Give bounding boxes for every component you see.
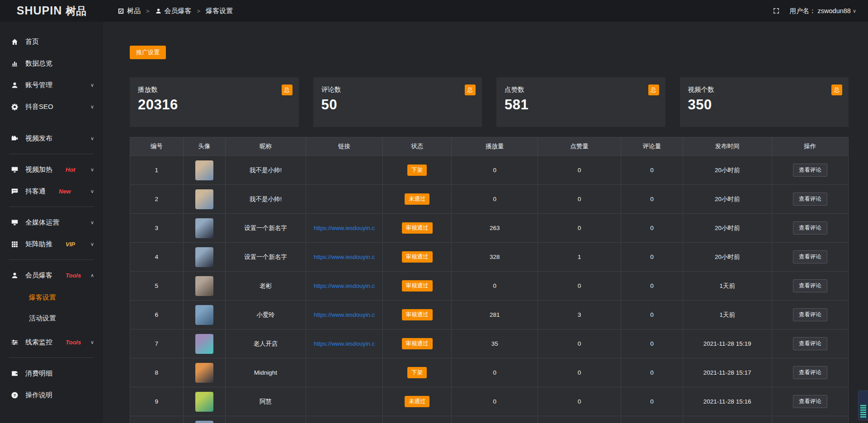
cell-plays: 0	[452, 358, 538, 387]
sidebar-item-label: 线索监控	[25, 338, 52, 347]
cell-link	[306, 387, 383, 416]
chart-icon	[11, 60, 19, 67]
stat-card-label: 评论数	[321, 85, 475, 94]
logo-text-cn: 树品	[66, 4, 86, 18]
table-row: 1我不是小帅!下架00020小时前查看评论	[130, 155, 848, 184]
view-comments-button[interactable]: 查看评论	[793, 250, 827, 263]
promo-settings-button[interactable]: 推广设置	[130, 46, 166, 59]
sidebar-item-video-heat[interactable]: 视频加热Hot∨	[0, 159, 103, 180]
cell-comments	[621, 416, 683, 423]
cell-time: 2021-11-28 15:19	[683, 329, 772, 358]
sidebar-item-video-publish[interactable]: 视频发布∨	[0, 127, 103, 149]
user-menu[interactable]: 用户名：zswodun88 ∨	[790, 7, 856, 15]
total-badge: 总	[648, 85, 659, 95]
video-link[interactable]: https://www.iesdouyin.c	[314, 282, 375, 289]
status-badge: 下架	[407, 367, 427, 378]
sidebar-item-tag: Hot	[66, 166, 75, 173]
breadcrumb-item-member-baoke[interactable]: 会员爆客	[155, 7, 192, 15]
avatar	[195, 189, 213, 209]
column-header: 播放量	[452, 137, 538, 155]
chevron-down-icon: ∨	[90, 339, 94, 345]
view-comments-button[interactable]: 查看评论	[793, 193, 827, 206]
cell-id: 8	[130, 358, 184, 387]
avatar	[195, 363, 213, 383]
cell-action: 查看评论	[772, 156, 848, 184]
sidebar-item-data-overview[interactable]: 数据总览	[0, 52, 103, 74]
sidebar-item-douyin-seo[interactable]: 抖音SEO∨	[0, 96, 103, 118]
sidebar-item-matrix-boost[interactable]: 矩阵助推VIP∨	[0, 233, 103, 255]
cell-id: 6	[130, 301, 184, 329]
breadcrumb-item-baoke-settings[interactable]: 爆客设置	[206, 7, 233, 15]
view-comments-button[interactable]: 查看评论	[793, 337, 827, 350]
floating-widget[interactable]	[858, 390, 868, 420]
cell-link: https://www.iesdouyin.c	[306, 243, 383, 271]
column-header: 点赞量	[538, 137, 621, 155]
cell-status: 下架	[383, 156, 452, 184]
cell-nickname	[226, 416, 306, 423]
table-row: 5老彬https://www.iesdouyin.c审核通过0001天前查看评论	[130, 271, 848, 300]
sidebar-item-label: 抖音SEO	[25, 103, 53, 111]
cell-plays: 263	[452, 214, 538, 242]
sidebar-item-operation-guide[interactable]: 操作说明	[0, 384, 103, 406]
cell-action: 查看评论	[772, 301, 848, 329]
sidebar-item-label: 视频加热	[25, 165, 52, 174]
cell-link	[306, 416, 383, 423]
chevron-down-icon: ∨	[90, 82, 94, 88]
cell-likes: 0	[538, 214, 621, 242]
cell-action: 查看评论	[772, 358, 848, 387]
sidebar-item-member-baoke[interactable]: 会员爆客Tools∧	[0, 264, 103, 286]
gear-icon	[11, 103, 19, 111]
breadcrumb-item-shupin[interactable]: 树品	[118, 7, 141, 15]
view-comments-button[interactable]: 查看评论	[793, 366, 827, 379]
cell-avatar	[184, 214, 226, 242]
view-comments-button[interactable]: 查看评论	[793, 221, 827, 235]
cell-comments: 0	[621, 156, 683, 184]
cell-likes: 0	[538, 329, 621, 358]
column-header: 昵称	[226, 137, 306, 155]
sidebar-item-clue-monitor[interactable]: 线索监控Tools∨	[0, 331, 103, 353]
sidebar-item-media-operation[interactable]: 全媒体运营∨	[0, 212, 103, 233]
table-row: 2我不是小帅!未通过00020小时前查看评论	[130, 184, 848, 213]
video-link[interactable]: https://www.iesdouyin.c	[314, 254, 375, 260]
cell-nickname: 阿慧	[226, 387, 306, 416]
view-comments-button[interactable]: 查看评论	[793, 395, 827, 408]
comment-icon	[11, 188, 19, 195]
avatar	[195, 160, 213, 180]
sidebar-item-home[interactable]: 首页	[0, 31, 103, 52]
chevron-down-icon: ∨	[90, 220, 94, 226]
view-comments-button[interactable]: 查看评论	[793, 279, 827, 292]
divider	[9, 154, 94, 154]
video-link[interactable]: https://www.iesdouyin.c	[314, 225, 375, 231]
cell-comments: 0	[621, 387, 683, 416]
avatar	[195, 247, 213, 267]
avatar	[195, 334, 213, 354]
cell-id: 4	[130, 243, 184, 271]
cell-avatar	[184, 272, 226, 300]
sidebar-item-account-manage[interactable]: 账号管理∨	[0, 74, 103, 96]
cell-plays: 328	[452, 243, 538, 271]
cell-plays: 281	[452, 301, 538, 329]
status-badge: 审核通过	[402, 251, 433, 263]
cell-comments: 0	[621, 214, 683, 242]
sidebar-item-douketong[interactable]: 抖客通New∨	[0, 180, 103, 202]
sidebar-subitem-activity-settings[interactable]: 活动设置	[0, 308, 103, 329]
cell-avatar	[184, 329, 226, 358]
fullscreen-button[interactable]	[773, 7, 780, 14]
stat-card-value: 20316	[138, 97, 292, 113]
video-link[interactable]: https://www.iesdouyin.c	[314, 311, 375, 318]
topbar: SHUPIN 树品 树品>会员爆客>爆客设置 用户名：zswodun88 ∨	[0, 0, 868, 22]
cell-action	[772, 416, 848, 423]
column-header: 评论量	[621, 137, 683, 155]
cell-nickname: 我不是小帅!	[226, 156, 306, 184]
stat-card-value: 50	[321, 97, 475, 113]
floating-widget-icon	[860, 405, 866, 418]
total-badge: 总	[282, 85, 292, 95]
sidebar-item-consume-detail[interactable]: 消费明细	[0, 362, 103, 384]
video-link[interactable]: https://www.iesdouyin.c	[314, 340, 375, 347]
view-comments-button[interactable]: 查看评论	[793, 164, 827, 177]
view-comments-button[interactable]: 查看评论	[793, 308, 827, 321]
sidebar-subitem-baoke-settings[interactable]: 爆客设置	[0, 287, 103, 308]
username-label: 用户名：	[790, 7, 816, 15]
cell-time: 20小时前	[683, 156, 772, 184]
logo[interactable]: SHUPIN 树品	[0, 4, 103, 18]
